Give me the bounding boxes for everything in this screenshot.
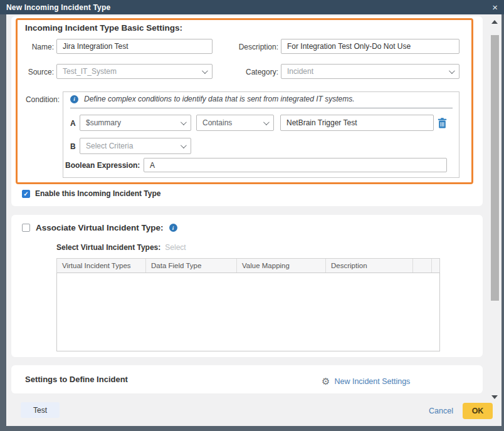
scroll-down-icon[interactable] xyxy=(491,395,498,399)
boolean-expression-value: A xyxy=(150,161,155,170)
chevron-down-icon xyxy=(181,119,187,125)
define-incident-heading: Settings to Define Incident xyxy=(25,375,128,384)
criteria-b-field-select[interactable]: Select Criteria xyxy=(80,138,191,154)
scrollbar-thumb[interactable] xyxy=(491,35,499,301)
new-incident-settings-link[interactable]: ⚙ New Incident Settings xyxy=(322,376,410,386)
criteria-b-field-value: Select Criteria xyxy=(86,142,133,150)
description-value: For Integration Test Only-Do Not Use xyxy=(287,42,411,51)
boolean-expression-label: Boolean Expression: xyxy=(65,161,140,170)
virtual-types-table: Virtual Incident Types Data Field Type V… xyxy=(56,258,440,351)
criteria-a-value-input[interactable]: NetBrain Trigger Test xyxy=(280,115,434,131)
source-value: Test_IT_System xyxy=(63,67,117,76)
trash-icon[interactable] xyxy=(438,118,447,128)
associate-virtual-label: Associate Virtual Incident Type: xyxy=(36,223,164,232)
cancel-button[interactable]: Cancel xyxy=(429,407,453,415)
basic-settings-heading: Incoming Incident Type Basic Settings: xyxy=(25,23,182,33)
condition-hint: Define complex conditions to identify da… xyxy=(84,95,355,103)
criteria-a-field-value: $summary xyxy=(86,118,121,127)
criteria-a-value: NetBrain Trigger Test xyxy=(286,118,357,127)
enable-incident-type-row: ✓ Enable this Incoming Incident Type xyxy=(22,189,160,198)
criteria-a-operator-select[interactable]: Contains xyxy=(196,115,274,131)
scroll-up-icon[interactable] xyxy=(491,20,498,24)
source-select[interactable]: Test_IT_System xyxy=(56,64,213,79)
chevron-down-icon xyxy=(263,119,270,125)
enable-checkbox-label: Enable this Incoming Incident Type xyxy=(35,189,160,198)
enable-checkbox[interactable]: ✓ xyxy=(22,190,30,198)
criteria-b-label: B xyxy=(70,142,76,151)
select-virtual-types-action[interactable]: Select xyxy=(165,243,186,252)
close-icon[interactable]: × xyxy=(492,0,498,14)
table-header-description[interactable]: Description xyxy=(326,259,413,273)
boolean-expression-input[interactable]: A xyxy=(144,158,447,172)
associate-virtual-row: Associate Virtual Incident Type: i xyxy=(22,223,177,232)
select-virtual-types-row: Select Virtual Incident Types: Select xyxy=(56,243,186,252)
criteria-a-label: A xyxy=(70,119,76,128)
condition-label: Condition: xyxy=(18,95,60,104)
description-input[interactable]: For Integration Test Only-Do Not Use xyxy=(281,39,459,54)
table-header-empty xyxy=(413,259,432,273)
category-value: Incident xyxy=(287,67,313,76)
table-header-data-field-type[interactable]: Data Field Type xyxy=(146,259,237,273)
table-header-virtual-incident-types[interactable]: Virtual Incident Types xyxy=(57,259,146,273)
name-label: Name: xyxy=(18,43,54,51)
new-incident-settings-label: New Incident Settings xyxy=(334,377,410,386)
condition-hint-row: i Define complex conditions to identify … xyxy=(70,95,355,103)
info-icon: i xyxy=(169,224,177,232)
table-header-value-mapping[interactable]: Value Mapping xyxy=(237,259,326,273)
info-icon: i xyxy=(70,95,78,103)
divider xyxy=(70,108,453,108)
description-label: Description: xyxy=(224,43,278,51)
name-input[interactable]: Jira Integration Test xyxy=(56,39,213,54)
category-label: Category: xyxy=(224,68,278,76)
table-header-empty xyxy=(432,259,439,273)
criteria-a-field-select[interactable]: $summary xyxy=(80,115,191,131)
dialog-titlebar: New Incoming Incident Type × xyxy=(0,0,504,14)
chevron-down-icon xyxy=(181,142,187,148)
gear-icon: ⚙ xyxy=(322,376,330,386)
category-select[interactable]: Incident xyxy=(281,64,459,79)
select-virtual-types-label: Select Virtual Incident Types: xyxy=(56,243,160,252)
chevron-down-icon xyxy=(202,68,208,74)
table-header-row: Virtual Incident Types Data Field Type V… xyxy=(56,258,440,273)
ok-button[interactable]: OK xyxy=(463,403,493,419)
dialog-title: New Incoming Incident Type xyxy=(6,3,110,12)
table-body-empty xyxy=(56,273,440,351)
source-label: Source: xyxy=(18,68,54,76)
test-button[interactable]: Test xyxy=(21,402,60,418)
name-value: Jira Integration Test xyxy=(63,42,129,51)
chevron-down-icon xyxy=(449,68,455,74)
criteria-a-operator-value: Contains xyxy=(202,118,232,127)
associate-virtual-checkbox[interactable] xyxy=(22,224,30,232)
